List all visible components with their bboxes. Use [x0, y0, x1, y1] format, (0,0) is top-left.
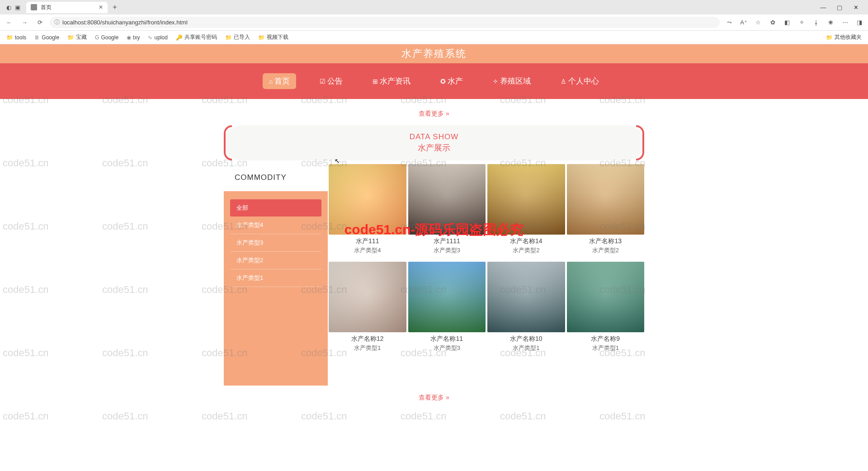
product-card[interactable]: 水产名称10水产类型1	[487, 262, 565, 358]
nav-item[interactable]: ☑公告	[313, 73, 349, 89]
sidebar-icon[interactable]: ◧	[782, 19, 792, 26]
nav-icon: ⊞	[373, 78, 378, 85]
page-icon: ∿	[148, 34, 152, 41]
bookmark-item[interactable]: ◉txy	[125, 33, 142, 42]
close-icon[interactable]: ✕	[99, 4, 103, 10]
nav-icon: ✧	[493, 78, 498, 85]
product-type: 水产类型3	[408, 344, 486, 352]
forward-button[interactable]: →	[19, 17, 30, 28]
folder-icon: 📁	[258, 34, 265, 41]
product-image	[408, 164, 486, 235]
product-type: 水产类型2	[567, 246, 645, 254]
product-name: 水产名称14	[487, 237, 565, 245]
category-item[interactable]: 水产类型2	[230, 252, 321, 269]
shield-icon[interactable]: ▣	[14, 4, 21, 10]
folder-icon: 📁	[67, 34, 74, 41]
bookmark-item[interactable]: 🔑共享账号密码	[174, 33, 219, 42]
product-image	[567, 262, 645, 332]
product-card[interactable]: 水产名称11水产类型3	[408, 262, 486, 358]
nav-icon: ✪	[440, 78, 446, 85]
favorite-icon[interactable]: ☆	[753, 19, 763, 26]
nav-label: 公告	[327, 76, 343, 86]
extensions-icon[interactable]: ✧	[797, 19, 807, 26]
product-card[interactable]: 水产名称12水产类型1	[329, 262, 406, 358]
bookmark-item[interactable]: 🗎Google	[33, 33, 61, 42]
close-window-button[interactable]: ✕	[849, 4, 863, 11]
page-viewport[interactable]: code51.cn-源码乐园盗图必究 code51.cncode51.cncod…	[0, 44, 868, 471]
product-image	[487, 164, 565, 235]
folder-icon: 📁	[225, 34, 232, 41]
new-tab-button[interactable]: +	[110, 3, 119, 11]
more-icon[interactable]: ⋯	[840, 19, 850, 26]
page-icon: 🗎	[34, 34, 40, 41]
product-name: 水产名称9	[567, 335, 645, 343]
nav-label: 水产资讯	[380, 76, 410, 86]
product-type: 水产类型2	[487, 246, 565, 254]
refresh-button[interactable]: ⟳	[34, 17, 45, 28]
split-icon[interactable]: ◨	[854, 19, 864, 26]
favicon-icon	[31, 4, 37, 10]
bookmark-item[interactable]: GGoogle	[93, 33, 120, 42]
bookmark-bar: 📁tools 🗎Google 📁宝藏 GGoogle ◉txy ∿uplod 🔑…	[0, 31, 868, 44]
product-card[interactable]: 水产名称9水产类型1	[567, 262, 645, 358]
product-name: 水产名称12	[329, 335, 406, 343]
product-card[interactable]: 水产111水产类型4	[329, 164, 406, 260]
nav-label: 个人中心	[568, 76, 599, 86]
folder-icon: 📁	[6, 34, 13, 41]
product-card[interactable]: 水产名称13水产类型2	[567, 164, 645, 260]
category-item[interactable]: 水产类型3	[230, 234, 321, 252]
other-bookmarks[interactable]: 📁其他收藏夹	[824, 33, 863, 42]
profile-icon[interactable]: ◐	[5, 4, 12, 10]
see-more-bottom-link[interactable]: 查看更多 »	[0, 386, 868, 410]
bookmark-item[interactable]: 📁宝藏	[66, 33, 89, 42]
text-size-icon[interactable]: A⁺	[739, 19, 749, 26]
category-item[interactable]: 水产类型4	[230, 217, 321, 234]
nav-icon: ⌂	[269, 78, 273, 85]
product-grid: 水产111水产类型4水产1111水产类型3水产名称14水产类型2水产名称13水产…	[329, 164, 644, 358]
bookmark-item[interactable]: 📁视频下载	[256, 33, 290, 42]
nav-item[interactable]: ✪水产	[434, 73, 469, 89]
sidebar-title: COMMODITY	[224, 164, 328, 191]
main-nav: ⌂首页☑公告⊞水产资讯✪水产✧养殖区域♙个人中心	[0, 63, 868, 99]
nav-item[interactable]: ♙个人中心	[554, 73, 605, 89]
minimize-button[interactable]: —	[816, 4, 830, 11]
downloads-icon[interactable]: ⭳	[811, 19, 821, 26]
url-text: localhost:8080/shuichanyangzhi/front/ind…	[62, 19, 188, 26]
nav-label: 首页	[274, 76, 290, 86]
back-button[interactable]: ←	[4, 17, 14, 28]
product-type: 水产类型1	[487, 344, 565, 352]
nav-icon: ☑	[320, 78, 326, 85]
info-icon: ⓘ	[54, 19, 60, 26]
maximize-button[interactable]: ▢	[833, 4, 846, 11]
site-title: 水产养殖系统	[0, 44, 868, 63]
read-aloud-icon[interactable]: ⤳	[724, 19, 734, 26]
nav-item[interactable]: ⌂首页	[263, 73, 296, 89]
see-more-link[interactable]: 查看更多 »	[0, 99, 868, 125]
product-type: 水产类型1	[329, 344, 406, 352]
address-bar: ← → ⟳ ⓘ localhost:8080/shuichanyangzhi/f…	[0, 14, 868, 31]
product-type: 水产类型4	[329, 246, 406, 254]
product-card[interactable]: 水产1111水产类型3	[408, 164, 486, 260]
bookmark-item[interactable]: ∿uplod	[146, 33, 169, 42]
browser-tab[interactable]: 首页 ✕	[26, 2, 108, 13]
nav-item[interactable]: ⊞水产资讯	[366, 73, 417, 89]
product-image	[329, 164, 406, 235]
nav-item[interactable]: ✧养殖区域	[486, 73, 537, 89]
bookmark-item[interactable]: 📁tools	[5, 33, 28, 42]
category-sidebar: COMMODITY 全部水产类型4水产类型3水产类型2水产类型1	[224, 164, 328, 386]
product-image	[487, 262, 565, 332]
tab-bar: ◐ ▣ 首页 ✕ + — ▢ ✕	[0, 0, 868, 14]
category-item[interactable]: 全部	[230, 199, 321, 217]
url-input[interactable]: ⓘ localhost:8080/shuichanyangzhi/front/i…	[50, 17, 720, 28]
category-item[interactable]: 水产类型1	[230, 269, 321, 287]
product-name: 水产名称11	[408, 335, 486, 343]
tab-title: 首页	[41, 4, 95, 11]
collections-icon[interactable]: ✿	[768, 19, 778, 26]
product-name: 水产1111	[408, 237, 486, 245]
sync-icon[interactable]: ❀	[826, 19, 835, 26]
bookmark-item[interactable]: 📁已导入	[223, 33, 252, 42]
nav-label: 水产	[448, 76, 463, 86]
product-card[interactable]: 水产名称14水产类型2	[487, 164, 565, 260]
product-name: 水产111	[329, 237, 406, 245]
folder-icon: 📁	[826, 34, 833, 41]
